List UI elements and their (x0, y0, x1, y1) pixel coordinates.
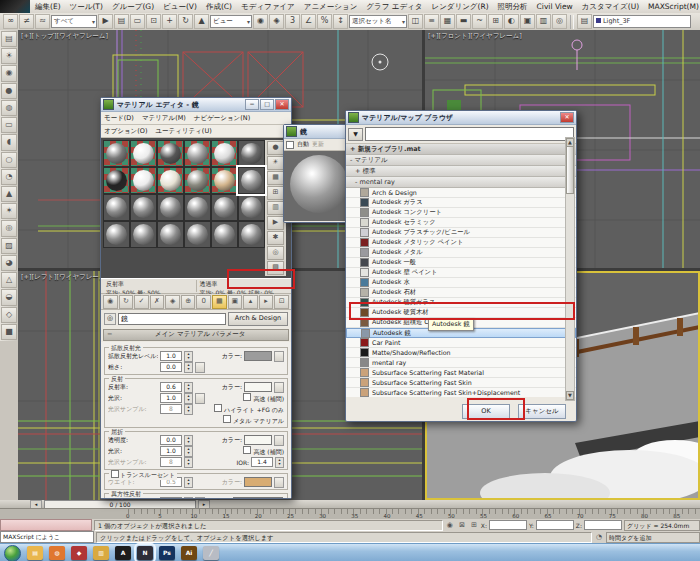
dome-icon[interactable]: ◖ (1, 134, 17, 150)
material-editor-menu-item[interactable]: オプション(O) (104, 127, 147, 136)
browser-list-item[interactable]: Autodesk 水 (346, 278, 576, 288)
sample-slot[interactable] (103, 221, 130, 248)
rendered-frame-icon[interactable]: ▥ (536, 14, 551, 29)
pick-material-eyedropper-icon[interactable]: ◎ (104, 313, 116, 325)
layer-list-icon[interactable]: ▤ (577, 14, 592, 29)
menu-item[interactable]: 編集(E) (31, 1, 65, 13)
menu-item[interactable]: アニメーション (300, 1, 362, 13)
anisotropy-value[interactable]: 1.0 (160, 497, 182, 498)
maximize-button[interactable]: □ (260, 99, 274, 110)
close-button[interactable]: ✕ (560, 112, 574, 123)
sample-tiling-icon[interactable]: ⊞ (267, 186, 284, 200)
menu-item[interactable]: ツール(T) (66, 1, 107, 13)
sample-slot[interactable] (184, 194, 211, 221)
spinner-snap-icon[interactable]: ↕ (333, 14, 348, 29)
sample-slot[interactable] (103, 140, 130, 167)
snaps-toggle-icon[interactable]: 3 (285, 14, 300, 29)
sample-slot[interactable] (157, 221, 184, 248)
sample-slot[interactable] (103, 194, 130, 221)
unlink-selection-icon[interactable]: ≠ (19, 14, 34, 29)
use-pivot-center-icon[interactable]: ◉ (253, 14, 268, 29)
track-bar[interactable]: 0 5 10 15 20 25 30 35 40 45 50 55 60 65 … (0, 508, 700, 519)
browser-list-item[interactable]: Autodesk メタル (346, 248, 576, 258)
maxscript-mini-listener[interactable] (0, 519, 92, 531)
spinner[interactable] (184, 446, 193, 457)
geosphere-icon[interactable]: ◍ (1, 100, 17, 116)
browser-titlebar[interactable]: マテリアル/マップ ブラウザ ✕ (346, 111, 576, 125)
sample-slot[interactable] (130, 194, 157, 221)
map-button[interactable] (195, 393, 205, 404)
explorer-taskbar-icon[interactable]: ▤ (27, 546, 43, 560)
graphics-app-taskbar-icon[interactable]: ◆ (71, 546, 87, 560)
time-tag-field[interactable]: 時間タグを追加 (606, 532, 700, 543)
sphere-icon[interactable]: ● (1, 83, 17, 99)
search-input[interactable] (365, 127, 574, 141)
material-editor-icon[interactable]: ◐ (504, 14, 519, 29)
assign-to-selection-icon[interactable]: ✓ (134, 295, 149, 309)
spinner[interactable] (184, 404, 193, 415)
group-standard[interactable]: + 標準 (346, 166, 576, 177)
update-button[interactable]: 更新 (312, 140, 324, 149)
spinner[interactable] (184, 362, 193, 373)
group-materials[interactable]: - マテリアル (346, 155, 576, 166)
select-and-manipulate-icon[interactable]: ◈ (269, 14, 284, 29)
browser-list-item[interactable]: Autodesk コンクリート (346, 208, 576, 218)
browser-list-item[interactable]: Matte/Shadow/Reflection (346, 348, 576, 358)
light-icon[interactable]: ☀ (1, 48, 17, 64)
browser-list-item[interactable]: Autodesk セラミック (346, 218, 576, 228)
max-logo[interactable] (0, 0, 30, 13)
options-icon[interactable]: ✱ (267, 231, 284, 245)
menu-item[interactable]: ビュー(V) (159, 1, 201, 13)
pen-tablet-taskbar-icon[interactable]: ╱ (203, 546, 219, 560)
sample-slot[interactable] (238, 221, 265, 248)
put-to-library-icon[interactable]: ⊕ (181, 295, 196, 309)
spinner[interactable] (184, 382, 193, 393)
menu-item[interactable]: MAXScript(M) (644, 1, 700, 12)
sample-slot[interactable] (103, 167, 130, 194)
maxscript-listener-field[interactable]: MAXScript にようこ (0, 531, 94, 543)
browser-list-item[interactable]: Autodesk プラスチック/ビニール (346, 228, 576, 238)
spinner[interactable] (275, 457, 284, 468)
browser-list-item[interactable]: mental ray (346, 358, 576, 368)
render-production-icon[interactable]: ◎ (552, 14, 567, 29)
highlights-fg-checkbox[interactable] (214, 404, 222, 412)
firefox-taskbar-icon[interactable]: ◍ (49, 546, 65, 560)
browser-list-item[interactable]: Subsurface Scattering Fast Material (346, 368, 576, 378)
select-by-material-icon[interactable]: ◎ (267, 246, 284, 260)
map-button[interactable] (195, 497, 205, 499)
ramp-icon[interactable]: ▨ (1, 238, 17, 254)
plane-icon[interactable]: ◇ (1, 307, 17, 323)
make-preview-icon[interactable]: ▶ (267, 216, 284, 230)
sample-slot[interactable] (184, 167, 211, 194)
pyramid-icon[interactable]: △ (1, 272, 17, 288)
select-and-link-icon[interactable]: ∞ (3, 14, 18, 29)
show-end-result-icon[interactable]: ▣ (228, 295, 243, 309)
percent-snap-icon[interactable]: % (317, 14, 332, 29)
sample-slot[interactable] (130, 167, 157, 194)
torus-icon[interactable]: ◎ (1, 220, 17, 236)
make-unique-icon[interactable]: ◈ (165, 295, 180, 309)
browser-list-item[interactable]: Autodesk 硬質木材 (346, 308, 576, 318)
glossiness-value[interactable]: 1.0 (160, 393, 182, 403)
map-button[interactable] (274, 477, 284, 488)
rectangular-region-icon[interactable]: ▭ (130, 14, 145, 29)
sample-slot[interactable] (130, 221, 157, 248)
menu-item[interactable]: 作成(C) (202, 1, 236, 13)
material-editor-menu-item[interactable]: ユーティリティ(U) (155, 127, 211, 136)
sample-slot[interactable] (238, 140, 265, 167)
window-crossing-icon[interactable]: ⊡ (146, 14, 161, 29)
glossiness-value[interactable]: 1.0 (160, 446, 182, 456)
panel-icon[interactable]: ▤ (1, 31, 17, 47)
spinner[interactable] (184, 457, 193, 468)
sample-slot[interactable] (184, 221, 211, 248)
spinner[interactable] (184, 497, 193, 499)
sample-slot[interactable] (157, 140, 184, 167)
glossy-samples-value[interactable]: 8 (160, 404, 182, 414)
refraction-color-swatch[interactable] (244, 435, 272, 445)
diffuse-level-value[interactable]: 1.0 (160, 351, 182, 361)
show-map-in-viewport-icon[interactable]: ▦ (212, 295, 227, 309)
menu-item[interactable]: レンダリング(R) (427, 1, 492, 13)
ball-icon[interactable]: ◕ (1, 255, 17, 271)
material-editor-menu-item[interactable]: モード(D) (104, 114, 134, 123)
fast-interpolate-checkbox[interactable] (243, 393, 251, 401)
